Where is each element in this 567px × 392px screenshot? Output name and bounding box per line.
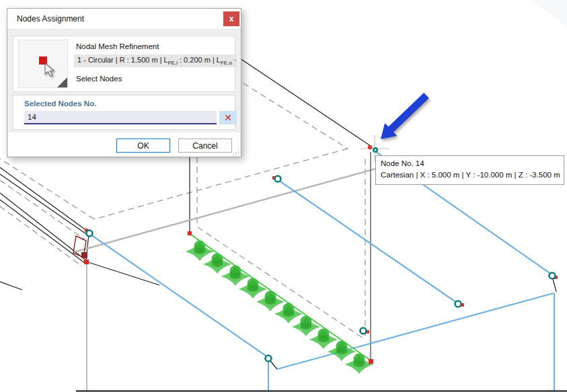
- tooltip-coords-line: Cartesian | X : 5.000 m | Y : -10.000 m …: [381, 169, 559, 181]
- line-supports: [186, 241, 373, 375]
- surface-symbol: [73, 236, 87, 258]
- node: [361, 328, 370, 334]
- node: [455, 301, 465, 307]
- selected-nodes-input[interactable]: [24, 111, 217, 124]
- dialog-title: Nodes Assignment: [17, 14, 84, 24]
- node-tooltip: Node No. 14 Cartesian | X : 5.000 m | Y …: [375, 155, 564, 185]
- close-button[interactable]: x: [223, 11, 239, 26]
- node: [272, 176, 281, 182]
- selected-nodes-group: Selected Nodes No. ✕: [13, 95, 235, 130]
- refinement-value-field[interactable]: 1 - Circular | R : 1.500 m | LFE,i : 0.2…: [74, 54, 237, 67]
- corner-fold-icon: [57, 77, 67, 87]
- node: [85, 229, 93, 237]
- cursor-icon: [44, 63, 55, 77]
- node: [266, 356, 272, 362]
- member-lines[interactable]: [91, 151, 554, 392]
- corner-shading: [531, 0, 567, 27]
- refinement-line[interactable]: [191, 235, 371, 360]
- pointer-arrow: [381, 93, 429, 139]
- refinement-heading: Nodal Mesh Refinement: [76, 42, 159, 50]
- nodes-assignment-dialog: Nodes Assignment x Nodal Mesh Refinement…: [7, 8, 241, 157]
- selected-nodes-label: Selected Nodes No.: [24, 100, 96, 108]
- node: [550, 273, 558, 280]
- tooltip-node-line: Node No. 14: [381, 158, 559, 169]
- clear-selection-button[interactable]: ✕: [219, 111, 237, 124]
- dialog-footer: OK Cancel: [8, 132, 240, 156]
- refinement-group: Nodal Mesh Refinement 1 - Circular | R :…: [13, 36, 235, 92]
- cancel-button[interactable]: Cancel: [178, 139, 232, 153]
- resize-grip[interactable]: [233, 149, 239, 155]
- base-node-markers[interactable]: [84, 231, 373, 364]
- dialog-titlebar[interactable]: Nodes Assignment x: [7, 9, 241, 30]
- select-nodes-label: Select Nodes: [76, 75, 122, 83]
- ok-button[interactable]: OK: [116, 139, 170, 153]
- mesh-refinement-icon: [18, 40, 68, 88]
